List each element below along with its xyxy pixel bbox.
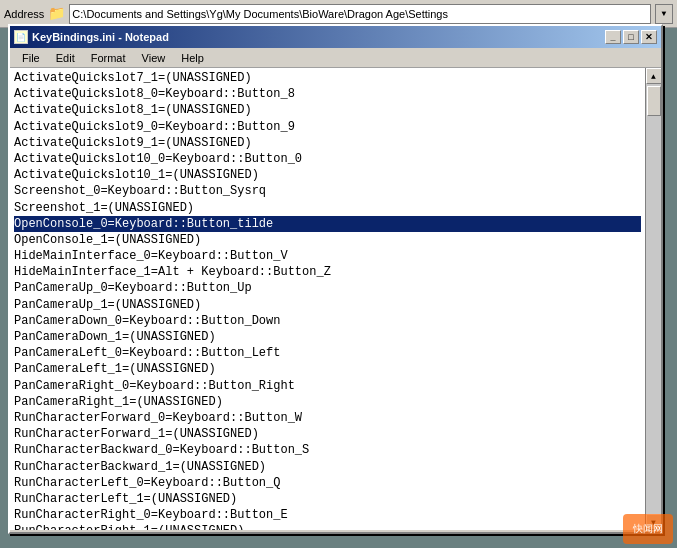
title-bar: 📄 KeyBindings.ini - Notepad _ □ ✕	[10, 26, 661, 48]
address-dropdown[interactable]: ▼	[655, 4, 673, 24]
text-line: PanCameraUp_0=Keyboard::Button_Up	[14, 280, 641, 296]
text-line: HideMainInterface_0=Keyboard::Button_V	[14, 248, 641, 264]
text-line: HideMainInterface_1=Alt + Keyboard::Butt…	[14, 264, 641, 280]
text-line: RunCharacterForward_0=Keyboard::Button_W	[14, 410, 641, 426]
text-line: PanCameraRight_0=Keyboard::Button_Right	[14, 378, 641, 394]
text-line: RunCharacterBackward_0=Keyboard::Button_…	[14, 442, 641, 458]
text-line: ActivateQuickslot10_0=Keyboard::Button_0	[14, 151, 641, 167]
maximize-button[interactable]: □	[623, 30, 639, 44]
menu-format[interactable]: Format	[83, 50, 134, 66]
text-line: OpenConsole_0=Keyboard::Button_tilde	[14, 216, 641, 232]
menu-edit[interactable]: Edit	[48, 50, 83, 66]
notepad-icon: 📄	[14, 30, 28, 44]
text-line: PanCameraLeft_1=(UNASSIGNED)	[14, 361, 641, 377]
folder-icon: 📁	[48, 5, 65, 22]
address-input[interactable]	[69, 4, 651, 24]
text-line: ActivateQuickslot7_1=(UNASSIGNED)	[14, 70, 641, 86]
text-line: PanCameraDown_0=Keyboard::Button_Down	[14, 313, 641, 329]
text-area[interactable]: ActivateQuickslot7_1=(UNASSIGNED)Activat…	[10, 68, 645, 530]
text-line: RunCharacterBackward_1=(UNASSIGNED)	[14, 459, 641, 475]
window-title: KeyBindings.ini - Notepad	[32, 31, 169, 43]
scrollbar[interactable]: ▲ ▼	[645, 68, 661, 530]
text-line: PanCameraUp_1=(UNASSIGNED)	[14, 297, 641, 313]
text-line: ActivateQuickslot9_0=Keyboard::Button_9	[14, 119, 641, 135]
text-line: RunCharacterRight_1=(UNASSIGNED)	[14, 523, 641, 530]
text-line: ActivateQuickslot8_1=(UNASSIGNED)	[14, 102, 641, 118]
text-line: ActivateQuickslot8_0=Keyboard::Button_8	[14, 86, 641, 102]
text-line: Screenshot_1=(UNASSIGNED)	[14, 200, 641, 216]
text-line: ActivateQuickslot10_1=(UNASSIGNED)	[14, 167, 641, 183]
text-content: ActivateQuickslot7_1=(UNASSIGNED)Activat…	[10, 68, 645, 530]
text-line: PanCameraLeft_0=Keyboard::Button_Left	[14, 345, 641, 361]
text-line: OpenConsole_1=(UNASSIGNED)	[14, 232, 641, 248]
scroll-track[interactable]	[646, 84, 661, 514]
text-line: RunCharacterLeft_0=Keyboard::Button_Q	[14, 475, 641, 491]
text-line: ActivateQuickslot9_1=(UNASSIGNED)	[14, 135, 641, 151]
title-buttons: _ □ ✕	[605, 30, 657, 44]
notepad-window: 📄 KeyBindings.ini - Notepad _ □ ✕ File E…	[8, 24, 663, 534]
text-line: RunCharacterRight_0=Keyboard::Button_E	[14, 507, 641, 523]
menu-bar: File Edit Format View Help	[10, 48, 661, 68]
scroll-up-button[interactable]: ▲	[646, 68, 662, 84]
title-bar-text: 📄 KeyBindings.ini - Notepad	[14, 30, 169, 44]
scroll-thumb[interactable]	[647, 86, 661, 116]
address-label: Address	[4, 8, 44, 20]
close-button[interactable]: ✕	[641, 30, 657, 44]
text-line: PanCameraRight_1=(UNASSIGNED)	[14, 394, 641, 410]
menu-view[interactable]: View	[134, 50, 174, 66]
text-line: PanCameraDown_1=(UNASSIGNED)	[14, 329, 641, 345]
text-line: RunCharacterForward_1=(UNASSIGNED)	[14, 426, 641, 442]
menu-file[interactable]: File	[14, 50, 48, 66]
minimize-button[interactable]: _	[605, 30, 621, 44]
text-line: RunCharacterLeft_1=(UNASSIGNED)	[14, 491, 641, 507]
text-line: Screenshot_0=Keyboard::Button_Sysrq	[14, 183, 641, 199]
menu-help[interactable]: Help	[173, 50, 212, 66]
content-area: ActivateQuickslot7_1=(UNASSIGNED)Activat…	[10, 68, 661, 530]
watermark: 快闻网	[623, 514, 673, 544]
